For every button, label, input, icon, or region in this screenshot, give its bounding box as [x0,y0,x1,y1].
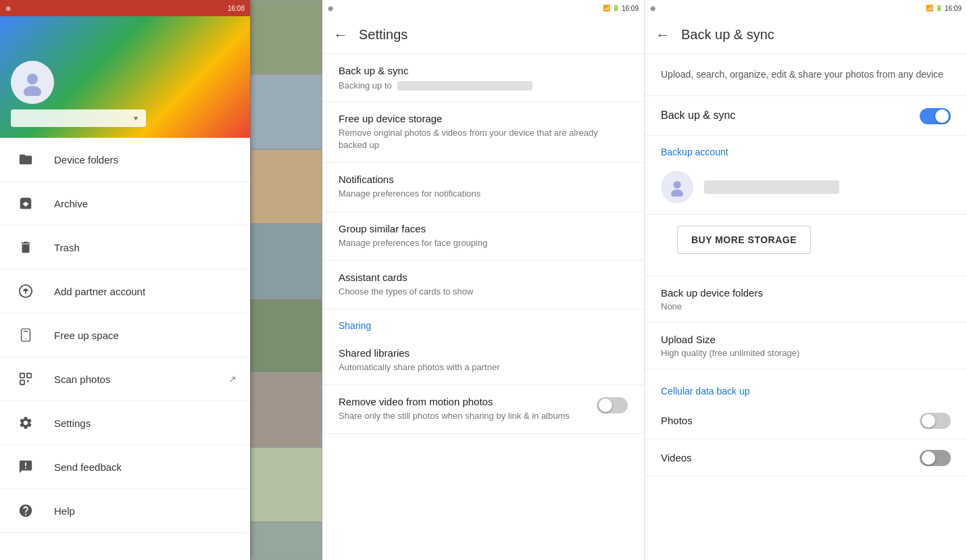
svg-point-10 [671,190,683,197]
chevron-down-icon: ▾ [134,113,138,123]
status-bar-panel2: ⊕ 📶 🔋 16:09 [322,0,644,16]
wifi-icon-p3: 📶 [926,5,933,11]
assistant-title: Assistant cards [339,272,628,283]
remove-video-info: Remove video from motion photos Share on… [339,396,597,422]
photos-toggle-row[interactable]: Photos [645,402,967,439]
assistant-subtitle: Choose the types of cards to show [339,286,628,298]
photos-toggle[interactable] [920,413,951,429]
backup-folders-value: None [661,301,951,311]
nav-label-help: Help [54,505,237,517]
svg-point-0 [27,74,38,84]
svg-rect-8 [27,380,29,382]
trash-icon [14,235,38,259]
faces-subtitle: Manage preferences for face grouping [339,237,628,249]
upload-size-row[interactable]: Upload Size High quality (free unlimited… [645,323,967,370]
backup-toggle-thumb [935,109,949,123]
sharing-section-label: Sharing [322,309,644,336]
free-storage-subtitle: Remove original photos & videos from you… [339,127,628,151]
svg-point-1 [24,86,41,96]
backup-account-avatar [661,171,693,203]
folder-icon [14,147,38,172]
remove-video-toggle[interactable] [597,397,628,413]
backup-folders-row[interactable]: Back up device folders None [645,276,967,323]
nav-item-feedback[interactable]: Send feedback [0,445,250,489]
backup-sync-toggle-row[interactable]: Back up & sync [645,96,967,136]
navigation-drawer: ⊕ 16:08 ▾ Device [0,0,250,560]
backup-description-section: Upload, search, organize, edit & share y… [645,54,967,96]
photos-toggle-thumb [922,414,935,428]
upload-size-title: Upload Size [661,334,951,345]
cellular-label: Cellular data back up [645,375,967,402]
back-button-p3[interactable]: ← [655,26,670,44]
buy-storage-container: BUY MORE STORAGE [645,215,967,276]
settings-icon [14,411,38,435]
shared-libraries-title: Shared libraries [339,347,628,359]
settings-item-shared-libraries[interactable]: Shared libraries Automatically share pho… [322,336,644,385]
svg-rect-5 [20,374,24,378]
backup-account-row[interactable] [645,163,967,215]
help-icon [14,499,38,523]
nav-item-trash[interactable]: Trash [0,226,250,270]
partner-icon [14,279,38,303]
account-name-bar[interactable]: ▾ [11,109,146,127]
nav-item-archive[interactable]: Archive [0,182,250,226]
backup-top-bar: ← Back up & sync [645,16,967,54]
backup-content: Upload, search, organize, edit & share y… [645,54,967,560]
svg-rect-4 [22,329,30,341]
backup-account-section: Backup account BUY MORE STORAGE [645,136,967,276]
nav-item-device-folders[interactable]: Device folders [0,138,250,182]
settings-item-notifications[interactable]: Notifications Manage preferences for not… [322,163,644,211]
settings-item-remove-video[interactable]: Remove video from motion photos Share on… [322,385,644,434]
archive-icon [14,191,38,215]
nav-item-free-up-space[interactable]: Free up space [0,313,250,357]
nav-item-add-partner[interactable]: Add partner account [0,270,250,313]
backup-title: Back up & sync [681,27,774,43]
videos-toggle-label: Videos [661,452,920,463]
status-time-p3: 16:09 [945,5,962,12]
panel-3-backup-sync: ⊕ 📶 🔋 16:09 ← Back up & sync Upload, sea… [645,0,967,560]
backup-sync-toggle[interactable] [920,108,951,124]
status-bar-panel3: ⊕ 📶 🔋 16:09 [645,0,967,16]
battery-icon-p2: 🔋 [612,5,620,11]
back-button-p2[interactable]: ← [333,26,348,44]
settings-item-free-storage[interactable]: Free up device storage Remove original p… [322,102,644,163]
phone-icon [14,323,38,347]
person-icon [19,69,46,96]
faces-title: Group similar faces [339,223,628,234]
backup-folders-title: Back up device folders [661,287,951,299]
nav-item-help[interactable]: Help [0,489,250,533]
settings-top-bar: ← Settings [322,16,644,54]
notifications-subtitle: Manage preferences for notifications [339,188,628,200]
shared-libraries-subtitle: Automatically share photos with a partne… [339,361,628,374]
settings-item-faces[interactable]: Group similar faces Manage preferences f… [322,212,644,261]
settings-item-assistant[interactable]: Assistant cards Choose the types of card… [322,261,644,309]
photos-toggle-label: Photos [661,415,920,426]
settings-title: Settings [359,27,407,43]
nav-label-scan-photos: Scan photos [54,374,228,385]
status-time-p1: 16:08 [228,5,245,12]
svg-point-9 [673,181,680,188]
backup-sync-item-title: Back up & sync [339,65,628,76]
videos-toggle-row[interactable]: Videos [645,439,967,476]
drawer-nav: Device folders Archive Trash Add partner… [0,138,250,560]
nav-label-trash: Trash [54,242,237,253]
nav-item-settings[interactable]: Settings [0,401,250,445]
cellular-section: Cellular data back up Photos Videos [645,370,967,476]
status-icon-p2: ⊕ [328,5,333,12]
notifications-title: Notifications [339,174,628,185]
buy-storage-button[interactable]: BUY MORE STORAGE [677,226,811,254]
settings-list: Back up & sync Backing up to Free up dev… [322,54,644,560]
avatar[interactable] [11,61,54,104]
backup-description: Upload, search, organize, edit & share y… [661,68,951,82]
svg-rect-7 [20,380,24,384]
external-link-icon: ↗ [228,374,237,384]
toggle-thumb [599,399,612,412]
upload-size-value: High quality (free unlimited storage) [661,348,951,358]
status-bar-panel1: ⊕ 16:08 [0,0,250,16]
videos-toggle[interactable] [920,450,951,466]
settings-item-backup-sync[interactable]: Back up & sync Backing up to [322,54,644,102]
panel-1-navigation: ⊕ 16:08 ▾ Device [0,0,322,560]
nav-item-scan-photos[interactable]: Scan photos ↗ [0,357,250,401]
status-icon-left: ⊕ [5,5,11,12]
account-name-placeholder [704,180,839,194]
